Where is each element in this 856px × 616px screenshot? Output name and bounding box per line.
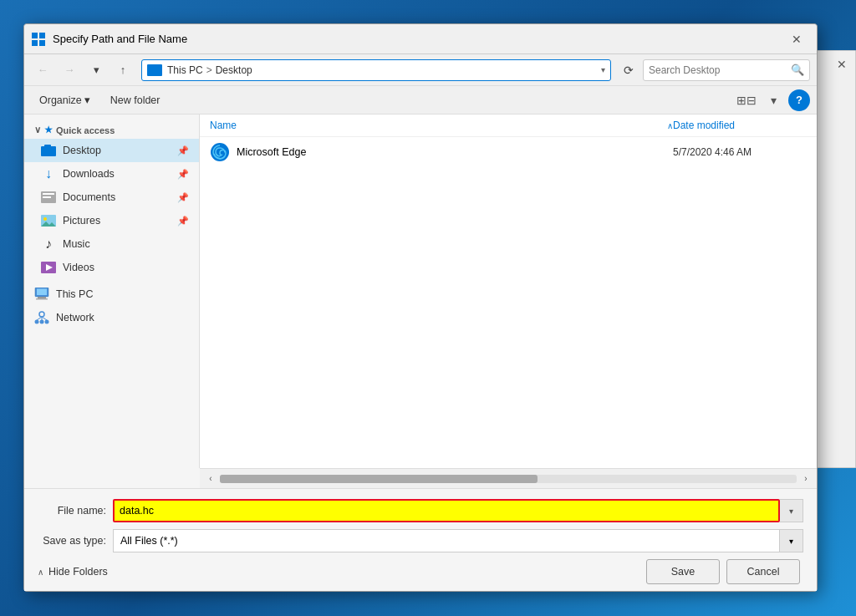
svg-rect-1 (39, 33, 45, 38)
quick-access-label: Quick access (56, 125, 115, 135)
view-icon: ⊞⊟ (736, 94, 757, 107)
music-icon: ♪ (41, 237, 56, 252)
forward-button[interactable]: → (58, 59, 81, 82)
sidebar-network-label: Network (56, 312, 94, 323)
scroll-track[interactable] (220, 475, 797, 483)
svg-line-24 (42, 317, 47, 320)
sidebar-downloads-label: Downloads (63, 168, 115, 180)
file-name-label: File name: (38, 505, 113, 517)
sidebar-pictures-label: Pictures (63, 215, 100, 227)
folder-icon (147, 64, 162, 76)
sidebar-videos-label: Videos (63, 262, 94, 273)
file-dialog: Specify Path and File Name ✕ ← → ▾ ↑ Thi… (23, 23, 818, 592)
col-name-header: Name (210, 120, 664, 131)
cancel-button[interactable]: Cancel (726, 559, 800, 584)
address-this-pc: This PC (167, 64, 203, 76)
up-button[interactable]: ↑ (111, 59, 135, 82)
refresh-button[interactable]: ⟳ (618, 59, 639, 81)
address-dropdown-icon[interactable]: ▾ (601, 65, 605, 74)
svg-point-20 (40, 320, 44, 324)
hide-folders-row[interactable]: ∧ Hide Folders (38, 563, 108, 581)
address-current-folder: Desktop (216, 64, 252, 76)
svg-point-19 (35, 320, 39, 324)
scroll-left-button[interactable]: ‹ (203, 471, 218, 486)
svg-rect-2 (32, 40, 38, 46)
help-button[interactable]: ? (788, 89, 810, 111)
expand-recent-button[interactable]: ▾ (84, 59, 108, 82)
svg-rect-16 (38, 297, 46, 298)
view-dropdown-button[interactable]: ▾ (762, 89, 785, 111)
new-folder-button[interactable]: New folder (102, 89, 169, 111)
videos-icon (41, 260, 56, 275)
col-date-header: Date modified (673, 120, 807, 131)
search-icon[interactable]: 🔍 (791, 64, 804, 76)
view-button[interactable]: ⊞⊟ (735, 89, 758, 111)
filename-input-wrapper: ▾ (113, 499, 803, 522)
dropdown-arrow-icon: ▾ (94, 64, 99, 76)
bottom-panel: File name: ▾ Save as type: All Files (*.… (24, 488, 817, 591)
address-bar[interactable]: This PC > Desktop ▾ (141, 59, 611, 81)
svg-rect-3 (39, 40, 45, 46)
scroll-right-button[interactable]: › (798, 471, 813, 486)
sidebar-item-downloads[interactable]: ↓ Downloads 📌 (24, 162, 199, 186)
up-arrow-icon: ↑ (120, 64, 126, 76)
file-row-edge[interactable]: Microsoft Edge 5/7/2020 4:46 AM (200, 137, 817, 167)
edge-file-date: 5/7/2020 4:46 AM (673, 146, 807, 158)
back-arrow-icon: ← (38, 64, 48, 76)
sidebar-item-videos[interactable]: Videos (24, 256, 199, 279)
type-chevron-button[interactable]: ▾ (780, 529, 803, 552)
sidebar-item-desktop[interactable]: Desktop 📌 (24, 139, 199, 162)
sort-arrow-icon: ∧ (667, 121, 673, 130)
sidebar-item-network[interactable]: Network (24, 306, 199, 329)
downloads-pin-icon: 📌 (177, 169, 189, 180)
pictures-pin-icon: 📌 (177, 216, 189, 227)
svg-rect-7 (43, 193, 54, 195)
file-list: Name ∧ Date modified Microsoft Edge 5/7/… (200, 115, 817, 468)
sidebar-item-documents[interactable]: Documents 📌 (24, 186, 199, 209)
svg-rect-8 (43, 196, 51, 198)
quick-access-section: ∨ ★ Quick access Desktop 📌 (24, 121, 199, 279)
app-icon (31, 32, 46, 47)
sidebar-item-music[interactable]: ♪ Music (24, 232, 199, 256)
action-bar: Organize ▾ New folder ⊞⊟ ▾ ? (24, 86, 817, 115)
svg-rect-0 (32, 33, 38, 38)
file-list-header[interactable]: Name ∧ Date modified (200, 115, 817, 137)
save-button[interactable]: Save (646, 559, 720, 584)
sidebar-item-pictures[interactable]: Pictures 📌 (24, 209, 199, 232)
scroll-left-icon: ‹ (209, 474, 211, 483)
documents-icon (41, 190, 56, 205)
file-name-row: File name: ▾ (38, 499, 803, 522)
organize-button[interactable]: Organize ▾ (31, 89, 99, 111)
filename-dropdown-button[interactable]: ▾ (780, 499, 803, 522)
new-folder-label: New folder (110, 94, 160, 106)
search-box[interactable]: 🔍 (643, 59, 810, 81)
save-type-row: Save as type: All Files (*.*) ▾ (38, 529, 803, 552)
view-dropdown-icon: ▾ (771, 94, 777, 107)
type-dropdown-wrapper: All Files (*.*) ▾ (113, 529, 803, 552)
bg-window-close-button[interactable]: ✕ (832, 54, 852, 74)
close-button[interactable]: ✕ (783, 28, 810, 51)
svg-rect-5 (44, 145, 51, 147)
organize-arrow-icon: ▾ (84, 94, 90, 106)
help-icon: ? (796, 94, 802, 106)
network-icon (34, 310, 49, 325)
save-as-type-label: Save as type: (38, 535, 113, 547)
quick-access-header: ∨ ★ Quick access (24, 121, 199, 139)
organize-label: Organize (39, 94, 82, 106)
svg-line-22 (37, 317, 42, 320)
sidebar-item-this-pc[interactable]: This PC (24, 283, 199, 306)
horizontal-scrollbar[interactable]: ‹ › (200, 468, 817, 488)
title-bar-controls: ✕ (783, 28, 810, 51)
scroll-thumb[interactable] (220, 475, 538, 483)
content-area: ∨ ★ Quick access Desktop 📌 (24, 115, 817, 468)
desktop-pin-icon: 📌 (177, 145, 189, 156)
forward-arrow-icon: → (64, 64, 75, 76)
downloads-icon: ↓ (41, 166, 56, 181)
sidebar: ∨ ★ Quick access Desktop 📌 (24, 115, 200, 468)
filename-input[interactable] (113, 499, 780, 522)
search-input[interactable] (649, 64, 791, 76)
sidebar-this-pc-label: This PC (56, 288, 93, 300)
back-button[interactable]: ← (31, 59, 54, 82)
hide-folders-label: Hide Folders (48, 566, 108, 578)
quick-access-chevron-icon: ∨ (34, 125, 41, 135)
